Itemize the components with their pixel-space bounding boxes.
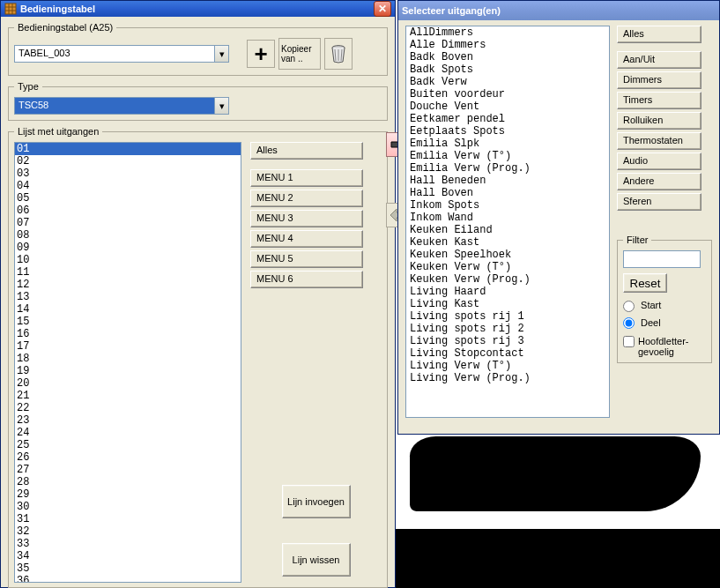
category-button[interactable]: Aan/Uit: [617, 51, 701, 69]
list-row[interactable]: 13: [15, 291, 241, 303]
list-row[interactable]: 31: [15, 513, 241, 525]
list-row[interactable]: 33: [15, 538, 241, 550]
type-combo[interactable]: TSC58 ▾: [14, 97, 229, 115]
uitgang-item[interactable]: Badk Verw: [406, 76, 609, 88]
uitgang-item[interactable]: Hall Beneden: [406, 175, 609, 187]
list-row[interactable]: 18: [15, 353, 241, 365]
filter-input[interactable]: [623, 250, 701, 268]
list-row[interactable]: 07: [15, 217, 241, 229]
uitgang-item[interactable]: Living spots rij 2: [406, 323, 609, 335]
uitgang-item[interactable]: Living spots rij 3: [406, 335, 609, 347]
category-button[interactable]: Rolluiken: [617, 112, 701, 130]
list-row[interactable]: 15: [15, 316, 241, 328]
uitgang-item[interactable]: Emilia Slpk: [406, 138, 609, 150]
add-button[interactable]: +: [247, 40, 275, 68]
uitgang-item[interactable]: Living spots rij 1: [406, 310, 609, 323]
list-row[interactable]: 16: [15, 328, 241, 340]
list-row[interactable]: 10: [15, 254, 241, 266]
checkbox-hoofdletter[interactable]: Hoofdletter-gevoelig: [623, 336, 706, 357]
list-row[interactable]: 21: [15, 390, 241, 402]
bedieningstabel-combo[interactable]: TABEL_003 ▾: [14, 45, 229, 63]
radio-start[interactable]: Start: [623, 300, 706, 312]
dropdown-icon[interactable]: ▾: [214, 46, 228, 62]
list-row[interactable]: 36: [15, 575, 241, 583]
list-row[interactable]: 34: [15, 550, 241, 562]
menu-button[interactable]: MENU 6: [250, 271, 363, 288]
reset-button[interactable]: Reset: [623, 273, 667, 293]
list-row[interactable]: 32: [15, 525, 241, 538]
uitgang-item[interactable]: Living Haard: [406, 286, 609, 298]
list-row[interactable]: 06: [15, 205, 241, 217]
uitgang-item[interactable]: Eetplaats Spots: [406, 125, 609, 138]
category-button[interactable]: Timers: [617, 92, 701, 109]
list-row[interactable]: 14: [15, 303, 241, 316]
kopieer-van-button[interactable]: Kopieer van ..: [278, 38, 321, 70]
uitgang-item[interactable]: Emilia Verw (Prog.): [406, 162, 609, 175]
list-row[interactable]: 03: [15, 167, 241, 180]
alles-button[interactable]: Alles: [250, 142, 363, 160]
menu-button[interactable]: MENU 4: [250, 230, 363, 248]
titlebar-right[interactable]: Selecteer uitgang(en): [398, 1, 719, 20]
list-row[interactable]: 30: [15, 501, 241, 513]
radio-deel[interactable]: Deel: [623, 317, 706, 330]
uitgang-item[interactable]: Keuken Kast: [406, 236, 609, 249]
category-button[interactable]: Sferen: [617, 193, 701, 211]
uitgang-item[interactable]: Badk Spots: [406, 63, 609, 76]
list-row[interactable]: 20: [15, 377, 241, 390]
list-row[interactable]: 27: [15, 464, 241, 476]
list-row[interactable]: 28: [15, 476, 241, 488]
uitgang-item[interactable]: Alle Dimmers: [406, 39, 609, 51]
list-row[interactable]: 35: [15, 562, 241, 575]
list-row[interactable]: 08: [15, 229, 241, 242]
uitgang-item[interactable]: Emilia Verw (T°): [406, 150, 609, 162]
list-row[interactable]: 23: [15, 414, 241, 427]
uitgang-item[interactable]: Keuken Verw (T°): [406, 261, 609, 273]
list-row[interactable]: 11: [15, 266, 241, 279]
close-button[interactable]: ✕: [374, 1, 391, 17]
uitgang-item[interactable]: Badk Boven: [406, 51, 609, 63]
uitgang-item[interactable]: Hall Boven: [406, 187, 609, 199]
menu-button[interactable]: MENU 5: [250, 250, 363, 268]
uitgang-item[interactable]: Eetkamer pendel: [406, 113, 609, 125]
alles-button-right[interactable]: Alles: [617, 26, 701, 43]
uitgang-item[interactable]: AllDimmers: [406, 26, 609, 39]
uitgang-item[interactable]: Living Kast: [406, 298, 609, 310]
uitgang-item[interactable]: Inkom Wand: [406, 212, 609, 224]
list-row[interactable]: 29: [15, 488, 241, 501]
uitgang-item[interactable]: Buiten voordeur: [406, 88, 609, 100]
list-row[interactable]: 02: [15, 155, 241, 167]
menu-button[interactable]: MENU 1: [250, 169, 363, 187]
uitgangen-list[interactable]: AllDimmersAlle DimmersBadk BovenBadk Spo…: [405, 26, 610, 418]
uitgang-item[interactable]: Living Verw (T°): [406, 360, 609, 372]
category-button[interactable]: Thermostaten: [617, 132, 701, 150]
uitgang-item[interactable]: Living Stopcontact: [406, 347, 609, 360]
lijn-wissen-button[interactable]: Lijn wissen: [282, 543, 351, 577]
list-row[interactable]: 09: [15, 242, 241, 254]
list-row[interactable]: 05: [15, 192, 241, 205]
titlebar-left[interactable]: Bedieningstabel ✕: [1, 1, 395, 17]
uitgang-item[interactable]: Keuken Eiland: [406, 224, 609, 236]
uitgang-item[interactable]: Douche Vent: [406, 100, 609, 113]
uitgang-item[interactable]: Keuken Verw (Prog.): [406, 273, 609, 286]
lijn-invoegen-button[interactable]: Lijn invoegen: [282, 485, 351, 518]
menu-button[interactable]: MENU 3: [250, 210, 363, 227]
list-row[interactable]: 26: [15, 451, 241, 464]
list-row[interactable]: 12: [15, 279, 241, 291]
list-row[interactable]: 01: [15, 143, 241, 155]
list-row[interactable]: 17: [15, 340, 241, 353]
dropdown-icon[interactable]: ▾: [214, 98, 228, 114]
uitgang-item[interactable]: Inkom Spots: [406, 199, 609, 212]
uitgangen-number-list[interactable]: 0102030405060708091011121314151617181920…: [14, 142, 241, 583]
uitgang-item[interactable]: Living Verw (Prog.): [406, 372, 609, 384]
uitgang-item[interactable]: Keuken Speelhoek: [406, 249, 609, 261]
list-row[interactable]: 25: [15, 439, 241, 451]
menu-button[interactable]: MENU 2: [250, 190, 363, 207]
category-button[interactable]: Dimmers: [617, 71, 701, 89]
delete-button[interactable]: [324, 38, 353, 70]
list-row[interactable]: 19: [15, 365, 241, 377]
category-button[interactable]: Andere: [617, 173, 701, 190]
list-row[interactable]: 24: [15, 427, 241, 439]
list-row[interactable]: 22: [15, 402, 241, 414]
category-button[interactable]: Audio: [617, 153, 701, 170]
list-row[interactable]: 04: [15, 180, 241, 192]
